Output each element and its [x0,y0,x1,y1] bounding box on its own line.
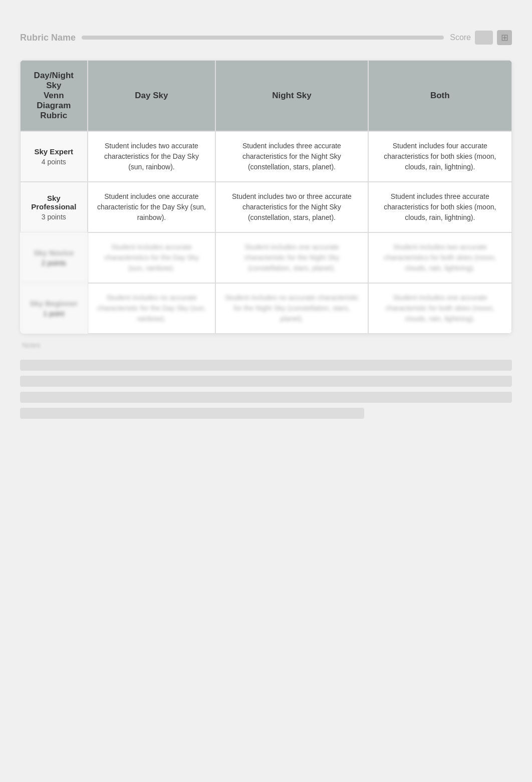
row-day-sky-3: Student includes no accurate characteris… [88,283,216,334]
col-header-both: Both [368,60,512,131]
row-label-0: Sky Expert4 points [20,131,88,182]
footer-bar-3 [20,392,512,403]
footer-bars [20,360,512,419]
notes-label: Notes [22,341,41,349]
col-header-rubric: Day/Night SkyVenn DiagramRubric [20,60,88,131]
score-label: Score [450,33,471,42]
footer-bar-1 [20,360,512,371]
header-title: Rubric Name [20,33,76,43]
header-right: Score ⊞ [450,30,512,45]
table-row: Sky Professional3 pointsStudent includes… [20,182,512,232]
table-header-row: Day/Night SkyVenn DiagramRubric Day Sky … [20,60,512,131]
rubric-table: Day/Night SkyVenn DiagramRubric Day Sky … [20,60,512,334]
row-night-sky-0: Student includes three accurate characte… [215,131,368,182]
footer-bar-4 [20,408,364,419]
row-both-3: Student includes one accurate characteri… [368,283,512,334]
table-row: Sky Novice2 pointsStudent includes accur… [20,232,512,283]
row-day-sky-1: Student includes one accurate characteri… [88,182,216,232]
header-progress-bar [82,36,444,40]
row-night-sky-2: Student includes one accurate characteri… [215,232,368,283]
grid-icon[interactable]: ⊞ [497,30,512,45]
footer-bar-2 [20,376,512,387]
page-header: Rubric Name Score ⊞ [20,30,512,45]
row-both-2: Student includes two accurate characteri… [368,232,512,283]
row-both-0: Student includes four accurate character… [368,131,512,182]
row-night-sky-1: Student includes two or three accurate c… [215,182,368,232]
row-day-sky-2: Student includes accurate characteristic… [88,232,216,283]
table-row: Sky Beginner1 pointStudent includes no a… [20,283,512,334]
score-box[interactable] [475,31,493,45]
row-label-1: Sky Professional3 points [20,182,88,232]
notes-row: Notes [20,341,512,350]
row-both-1: Student includes three accurate characte… [368,182,512,232]
table-row: Sky Expert4 pointsStudent includes two a… [20,131,512,182]
row-night-sky-3: Student includes no accurate characteris… [215,283,368,334]
row-label-3: Sky Beginner1 point [20,283,88,334]
row-day-sky-0: Student includes two accurate characteri… [88,131,216,182]
col-header-night-sky: Night Sky [215,60,368,131]
col-header-day-sky: Day Sky [88,60,216,131]
row-label-2: Sky Novice2 points [20,232,88,283]
